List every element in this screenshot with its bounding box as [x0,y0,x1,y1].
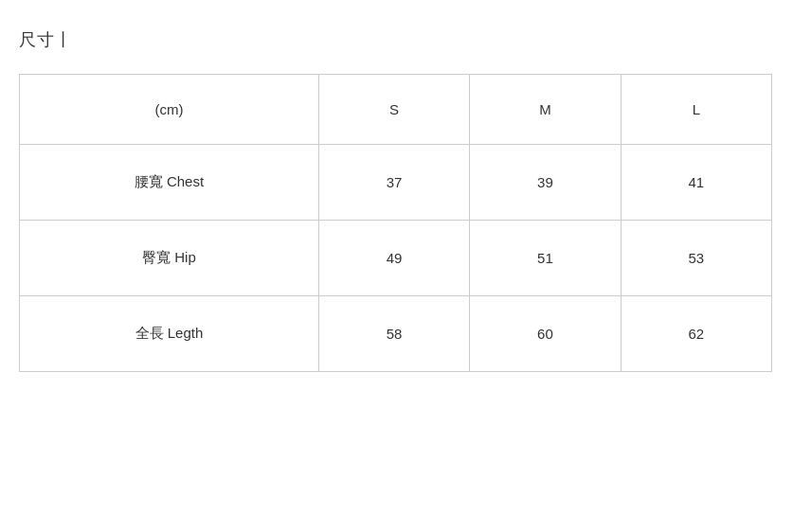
row-1-m: 51 [470,221,621,296]
header-unit: (cm) [20,75,319,145]
row-1-l: 53 [621,221,771,296]
page-title: 尺寸丨 [19,28,792,51]
table-header-row: (cm) S M L [20,75,772,145]
row-2-l: 62 [621,296,771,372]
row-0-l: 41 [621,145,771,221]
row-2-s: 58 [318,296,469,372]
row-0-m: 39 [470,145,621,221]
row-1-s: 49 [318,221,469,296]
row-0-s: 37 [318,145,469,221]
header-l: L [621,75,771,145]
row-2-m: 60 [470,296,621,372]
table-row: 全長 Legth586062 [20,296,772,372]
size-table: (cm) S M L 腰寬 Chest373941臀寬 Hip495153全長 … [19,74,772,372]
header-s: S [318,75,469,145]
row-2-label: 全長 Legth [20,296,319,372]
table-row: 臀寬 Hip495153 [20,221,772,296]
table-row: 腰寬 Chest373941 [20,145,772,221]
row-0-label: 腰寬 Chest [20,145,319,221]
header-m: M [470,75,621,145]
row-1-label: 臀寬 Hip [20,221,319,296]
